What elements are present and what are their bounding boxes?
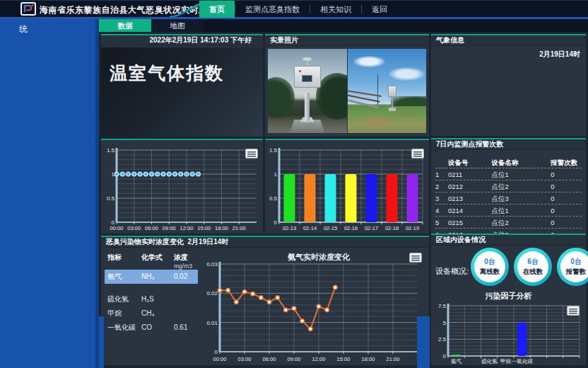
svg-text:09:00: 09:00 <box>288 356 301 362</box>
device-stat-count: 0台 <box>570 257 582 267</box>
photos-panel-title: 实景照片 <box>265 35 429 46</box>
svg-text:06:00: 06:00 <box>145 225 158 231</box>
device-stat-label: 报警数 <box>566 268 587 277</box>
background-blue-gap <box>99 316 104 368</box>
nav-item-3[interactable]: 返回 <box>362 1 397 18</box>
odor-row[interactable]: 氨气NH₃0.02 <box>105 270 198 284</box>
odor-col-header: 化学式 <box>141 253 174 270</box>
svg-text:03:00: 03:00 <box>127 225 141 231</box>
view-tabs: 数据地图 <box>99 19 588 32</box>
svg-text:氨气: 氨气 <box>451 358 461 364</box>
device-stat-label: 在线数 <box>523 268 543 277</box>
odor-value: 0.61 <box>174 321 196 335</box>
odor-row[interactable]: 一氧化碳CO0.61 <box>105 321 198 335</box>
ammonia-chart: 00.010.020.0300:0003:0006:0009:0012:0015… <box>200 250 425 366</box>
svg-text:一氧化碳: 一氧化碳 <box>512 358 534 364</box>
alarm-cell: 5 <box>435 217 448 228</box>
nav-item-0[interactable]: 首页 <box>199 1 235 18</box>
greenhouse-index-title: 温室气体指数 <box>110 62 224 85</box>
device-stat-circle-1: 6台在线数 <box>514 248 552 286</box>
sidebar-title-fragment: 统 <box>19 23 28 35</box>
alarm-table: 设备号设备名称报警次数10211点位1020212点位2030213点位3040… <box>435 156 582 241</box>
alarm-cell: 0214 <box>448 205 492 216</box>
background-blue-gap <box>417 316 430 368</box>
odor-name: 甲烷 <box>105 306 141 321</box>
pollution-analysis-title: 污染因子分析 <box>431 291 586 301</box>
chart-menu-icon[interactable] <box>411 149 424 159</box>
svg-text:1: 1 <box>274 171 278 178</box>
chart-menu-icon[interactable] <box>245 149 258 159</box>
odor-row[interactable]: 甲烷CH₄ <box>105 306 198 321</box>
greenhouse-chart: 00.511.500:0003:0006:0009:0012:0015:0018… <box>102 146 261 235</box>
odor-value <box>174 292 196 306</box>
odor-formula: CO <box>141 321 174 335</box>
odor-formula: CH₄ <box>141 306 174 321</box>
nav-item-1[interactable]: 监测点恶臭指数 <box>235 1 310 18</box>
svg-text:氨气实时浓度变化: 氨气实时浓度变化 <box>287 253 351 261</box>
odor-value: 0.02 <box>174 270 196 284</box>
svg-text:0: 0 <box>215 349 218 355</box>
nav-item-2[interactable]: 相关知识 <box>310 1 361 18</box>
svg-text:2.5: 2.5 <box>438 336 447 343</box>
alarm-cell: 0 <box>551 217 582 228</box>
odor-indicator-table: 指标化学式浓度mg/m3氨气NH₃0.02硫化氢H₂S甲烷CH₄一氧化碳CO0.… <box>105 253 198 335</box>
alarm-cell: 3 <box>435 192 448 204</box>
device-stat-count: 0台 <box>484 257 495 267</box>
odor-row[interactable]: 硫化氢H₂S <box>105 292 198 306</box>
odor-col-header: 指标 <box>105 253 141 270</box>
alarm-col-header: 设备名称 <box>492 156 551 168</box>
greeting-panel: 2022年2月19日 14:17:03 下午好 温室气体指数 <box>101 34 263 137</box>
alarm-panel-title: 7日内监测点报警次数 <box>431 139 586 150</box>
tab-0[interactable]: 数据 <box>99 19 151 32</box>
svg-text:0.5: 0.5 <box>107 195 115 202</box>
svg-text:甲烷: 甲烷 <box>500 358 512 364</box>
odor-formula: H₂S <box>141 292 174 306</box>
site-photo-1 <box>268 49 347 133</box>
top-navbar: 海南省乐东黎族自治县大气恶臭状况实时发布系 首页监测点恶臭指数相关知识返回 <box>0 0 588 17</box>
svg-text:15:00: 15:00 <box>337 356 351 362</box>
svg-text:09:00: 09:00 <box>163 225 176 231</box>
svg-text:02-15: 02-15 <box>324 225 337 231</box>
alarm-cell: 点位1 <box>492 168 551 180</box>
svg-text:0: 0 <box>443 353 447 360</box>
svg-text:21:00: 21:00 <box>387 356 400 362</box>
chart-menu-icon[interactable] <box>409 253 422 263</box>
devices-panel-title: 区域内设备情况 <box>431 235 586 246</box>
daily-bars-panel: 00.511.502-1302-1402-1502-1602-1702-1802… <box>265 139 429 234</box>
alarm-col-header: 报警次数 <box>551 156 582 168</box>
svg-text:12:00: 12:00 <box>180 225 194 231</box>
photo-strip <box>268 49 426 133</box>
odor-panel: 恶臭污染物实时浓度变化 2月19日14时 指标化学式浓度mg/m3氨气NH₃0.… <box>101 236 429 365</box>
alarm-cell: 0215 <box>448 217 492 228</box>
alarm-cell: 0 <box>551 180 582 192</box>
alarm-cell: 点位2 <box>492 180 551 192</box>
device-stats: 0台离线数6台在线数0台报警数 <box>471 248 588 286</box>
odor-value <box>174 306 196 321</box>
device-stat-inner: 6台在线数 <box>517 251 548 282</box>
alarm-cell: 0 <box>551 192 582 204</box>
alarm-cell: 2 <box>435 180 448 192</box>
odor-name: 硫化氢 <box>105 292 141 306</box>
factor-chart: 02.557.5氨气硫化氢甲烷一氧化碳 <box>434 303 582 368</box>
svg-text:0.01: 0.01 <box>206 320 218 326</box>
device-stat-count: 6台 <box>527 257 539 267</box>
svg-text:7.5: 7.5 <box>438 303 447 309</box>
svg-text:03:00: 03:00 <box>238 356 252 362</box>
device-stat-circle-2: 0台报警数 <box>557 248 588 286</box>
table-row: 40214点位10 <box>435 205 582 217</box>
greeting-banner: 温室气体指数 <box>101 47 263 137</box>
chart-menu-icon[interactable] <box>567 306 580 316</box>
main-nav: 首页监测点恶臭指数相关知识返回 <box>199 1 397 18</box>
daily-bars-chart: 00.511.502-1302-1402-1502-1602-1702-1802… <box>266 146 427 235</box>
alarm-cell: 0213 <box>448 192 492 204</box>
device-stat-inner: 0台离线数 <box>474 251 505 282</box>
svg-text:1.5: 1.5 <box>269 147 278 154</box>
main-content: 2022年2月19日 14:17:03 下午好 温室气体指数 实景照片 <box>99 32 588 368</box>
alarm-cell: 0 <box>551 205 582 216</box>
alarm-col-index <box>435 156 448 168</box>
table-row: 10211点位10 <box>435 168 582 180</box>
tab-1[interactable]: 地图 <box>151 19 204 32</box>
alarm-cell: 0211 <box>448 168 492 180</box>
svg-text:0.5: 0.5 <box>269 195 278 202</box>
svg-text:18:00: 18:00 <box>215 225 228 231</box>
